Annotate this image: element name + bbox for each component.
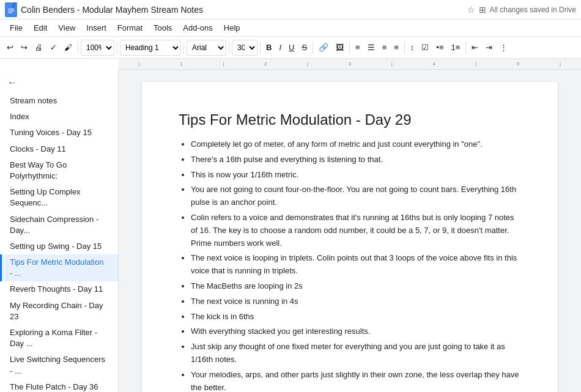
- separator-9: [465, 42, 466, 54]
- sidebar-item-sidechain[interactable]: Sidechain Compression - Day...: [0, 212, 118, 239]
- doc-page: Tips For Metric Modulation - Day 29 Comp…: [142, 82, 558, 392]
- sidebar-item-tuning-voices[interactable]: Tuning Voices - Day 15: [0, 125, 118, 141]
- list-item: The MacBeths are looping in 2s: [191, 280, 521, 293]
- toolbar: ↩ ↪ 🖨 ✓ 🖌 100% 75% 125% Heading 1 Normal…: [0, 37, 581, 59]
- separator-3: [183, 42, 184, 54]
- svg-rect-1: [8, 9, 14, 10]
- sidebar-item-metric-modulation[interactable]: Tips For Metric Modulation - ...: [0, 254, 118, 281]
- bullet-list-button[interactable]: •≡: [433, 41, 446, 54]
- ruler-mark: 1: [180, 61, 182, 67]
- sidebar-item-index[interactable]: Index: [0, 109, 118, 125]
- list-item: You are not going to count four-on-the-f…: [191, 183, 521, 209]
- menu-format[interactable]: Format: [113, 21, 147, 34]
- font-select[interactable]: Arial Times New Roman: [187, 40, 226, 56]
- list-item: With everything stacked you get interest…: [191, 325, 521, 338]
- star-icon[interactable]: ☆: [467, 5, 475, 15]
- list-item: There's a 16th pulse and everything is l…: [191, 153, 521, 166]
- svg-rect-2: [8, 10, 14, 12]
- document-title: Colin Benders - Modular Mayhem Stream No…: [21, 5, 464, 15]
- main-layout: ← Stream notes Index Tuning Voices - Day…: [0, 70, 581, 392]
- ruler-mark: |: [560, 61, 561, 67]
- menu-bar: File Edit View Insert Format Tools Add-o…: [0, 20, 581, 37]
- list-item: Colin refers to a voice and demonstrates…: [191, 212, 521, 250]
- separator-2: [117, 42, 117, 54]
- separator-1: [78, 42, 78, 54]
- menu-file[interactable]: File: [5, 21, 28, 34]
- menu-view[interactable]: View: [53, 21, 80, 34]
- indent-increase-button[interactable]: ⇥: [483, 41, 495, 54]
- separator-6: [313, 42, 313, 54]
- sidebar-back-button[interactable]: ←: [0, 75, 118, 93]
- bold-button[interactable]: B: [263, 41, 275, 54]
- style-select[interactable]: Heading 1 Normal text Heading 2: [120, 40, 181, 56]
- spellcheck-button[interactable]: ✓: [47, 41, 60, 54]
- list-item: This is now your 1/16th metric.: [191, 169, 521, 182]
- underline-button[interactable]: U: [286, 41, 297, 54]
- ruler-mark: |: [223, 61, 224, 67]
- content-area[interactable]: Tips For Metric Modulation - Day 29 Comp…: [119, 70, 581, 392]
- menu-edit[interactable]: Edit: [29, 21, 52, 34]
- title-bar: Colin Benders - Modular Mayhem Stream No…: [0, 0, 581, 20]
- numbered-list-button[interactable]: 1≡: [448, 41, 464, 54]
- link-button[interactable]: 🔗: [316, 41, 331, 54]
- sidebar-item-reverb-thoughts[interactable]: Reverb Thoughts - Day 11: [0, 281, 118, 297]
- sidebar-item-stream-notes[interactable]: Stream notes: [0, 93, 118, 109]
- separator-4: [229, 42, 229, 54]
- ruler-mark: |: [307, 61, 308, 67]
- ruler-mark: 5: [517, 61, 519, 67]
- save-status: All changes saved in Drive: [490, 6, 576, 14]
- section1-heading: Tips For Metric Modulation - Day 29: [179, 111, 521, 128]
- section1-bullet-list: Completely let go of meter, of any form …: [191, 138, 521, 392]
- align-center-button[interactable]: ☰: [365, 41, 378, 54]
- more-options-button[interactable]: ⋮: [497, 41, 511, 54]
- paint-format-button[interactable]: 🖌: [61, 41, 75, 54]
- strikethrough-button[interactable]: S: [298, 41, 310, 54]
- image-button[interactable]: 🖼: [333, 41, 347, 54]
- ruler-mark: |: [139, 61, 140, 67]
- ruler-mark: 3: [349, 61, 351, 67]
- font-size-select[interactable]: 30 12 14: [232, 40, 257, 56]
- ruler-mark: |: [475, 61, 476, 67]
- sidebar-item-clocks[interactable]: Clocks - Day 11: [0, 141, 118, 157]
- menu-addons[interactable]: Add-ons: [178, 21, 217, 34]
- separator-7: [349, 42, 350, 54]
- separator-5: [260, 42, 261, 54]
- ruler-mark: 4: [432, 61, 435, 67]
- redo-button[interactable]: ↪: [18, 41, 31, 54]
- checklist-button[interactable]: ☑: [418, 41, 432, 54]
- list-item: The next voice is running in 4s: [191, 295, 521, 308]
- list-item: The next voice is looping in triplets. C…: [191, 252, 521, 278]
- print-button[interactable]: 🖨: [32, 41, 46, 54]
- ruler: | 1 | 2 | 3 | 4 | 5 |: [119, 59, 581, 70]
- menu-tools[interactable]: Tools: [149, 21, 177, 34]
- sidebar-item-polyrhythmic[interactable]: Best Way To Go Polyrhythmic:: [0, 157, 118, 184]
- zoom-select[interactable]: 100% 75% 125%: [81, 40, 114, 56]
- justify-button[interactable]: ≡: [391, 41, 402, 54]
- ruler-mark: 2: [264, 61, 267, 67]
- list-item: The kick is in 6ths: [191, 311, 521, 324]
- grid-icon[interactable]: ⊞: [479, 5, 486, 15]
- sidebar-item-koma-filter[interactable]: Exploring a Koma Filter - Day ...: [0, 325, 118, 352]
- align-right-button[interactable]: ≡: [379, 41, 390, 54]
- align-left-button[interactable]: ≡: [352, 41, 363, 54]
- list-item: Your melodies, arps, and other parts jus…: [191, 369, 521, 392]
- line-spacing-button[interactable]: ↕: [407, 41, 418, 54]
- svg-rect-3: [8, 12, 12, 13]
- sidebar-item-flute-patch[interactable]: The Flute Patch - Day 36: [0, 379, 118, 392]
- sidebar: ← Stream notes Index Tuning Voices - Day…: [0, 70, 119, 392]
- separator-8: [404, 42, 405, 54]
- ruler-mark: |: [391, 61, 393, 67]
- undo-button[interactable]: ↩: [4, 41, 17, 54]
- svg-rect-0: [7, 4, 15, 15]
- list-item: Completely let go of meter, of any form …: [191, 138, 521, 151]
- sidebar-item-complex-sequenc[interactable]: Setting Up Complex Sequenc...: [0, 184, 118, 211]
- list-item: Just skip any thought of one fixed meter…: [191, 341, 521, 366]
- italic-button[interactable]: I: [276, 41, 284, 54]
- indent-decrease-button[interactable]: ⇤: [468, 41, 481, 54]
- doc-icon: [5, 2, 17, 17]
- menu-insert[interactable]: Insert: [81, 21, 111, 34]
- sidebar-item-recording-chain[interactable]: My Recording Chain - Day 23: [0, 298, 118, 325]
- sidebar-item-live-switching[interactable]: Live Switching Sequencers - ...: [0, 352, 118, 379]
- sidebar-item-swing[interactable]: Setting up Swing - Day 15: [0, 239, 118, 254]
- menu-help[interactable]: Help: [219, 21, 245, 34]
